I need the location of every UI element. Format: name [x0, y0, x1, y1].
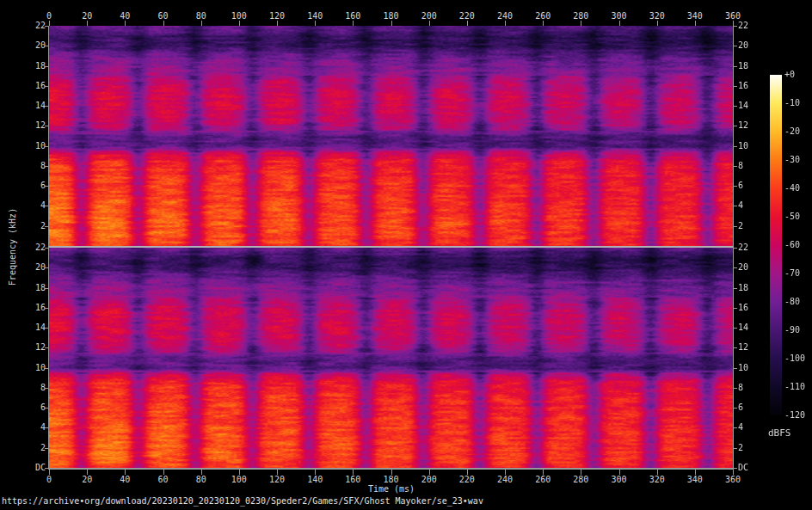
left-axis-line: [48, 26, 49, 470]
time-tick-label: 20: [74, 475, 100, 485]
freq-tick-label: 4: [738, 422, 764, 433]
time-tick: [619, 21, 620, 26]
time-tick-label: 260: [530, 475, 556, 485]
freq-tick-label: 8: [738, 383, 764, 393]
freq-tick-label: 20: [17, 40, 46, 51]
time-tick: [315, 21, 316, 26]
freq-tick-label: 22: [738, 21, 764, 31]
time-tick: [163, 21, 164, 26]
colorbar-tick-label: -30: [784, 155, 800, 165]
freq-tick: [45, 427, 48, 428]
time-tick-label: 160: [340, 475, 366, 485]
freq-tick: [45, 468, 48, 469]
time-tick-label: 140: [302, 475, 328, 485]
time-tick: [277, 21, 278, 26]
freq-tick-label: 12: [17, 342, 46, 353]
freq-tick: [45, 46, 48, 46]
freq-tick: [45, 368, 48, 369]
freq-tick-label: 14: [738, 323, 764, 333]
time-tick: [657, 21, 658, 26]
freq-tick: [45, 26, 48, 27]
freq-tick-label: 2: [17, 443, 46, 453]
colorbar-tick-label: -100: [784, 353, 805, 364]
freq-tick-label: 12: [17, 120, 46, 131]
freq-tick-label: 18: [17, 61, 46, 71]
freq-tick: [734, 126, 737, 126]
freq-tick: [45, 288, 48, 289]
freq-tick-label: 12: [738, 342, 764, 353]
time-tick-label: 0: [36, 475, 62, 485]
colorbar: [770, 75, 782, 415]
freq-tick: [734, 347, 737, 348]
time-tick: [429, 21, 430, 26]
time-tick-label: 200: [416, 475, 442, 485]
freq-tick: [45, 86, 48, 87]
freq-tick: [45, 248, 48, 249]
time-tick-label: 240: [492, 475, 518, 485]
time-tick-label: 40: [112, 475, 138, 485]
colorbar-tick-label: -20: [784, 126, 800, 137]
freq-tick-label: 18: [17, 283, 46, 293]
time-tick-label: 60: [151, 475, 176, 485]
colorbar-tick-label: -80: [784, 297, 800, 307]
freq-tick: [45, 146, 48, 147]
y-axis-title: Frequency (kHz): [8, 208, 17, 286]
colorbar-tick-label: -10: [784, 98, 800, 108]
time-tick: [353, 21, 354, 26]
freq-tick: [45, 166, 48, 167]
freq-tick-label: 22: [17, 243, 46, 253]
colorbar-unit-label: dBFS: [768, 427, 791, 439]
freq-tick: [45, 267, 48, 268]
freq-tick-label: 2: [738, 221, 764, 231]
time-tick: [391, 21, 392, 26]
freq-tick: [45, 186, 48, 187]
time-tick-label: 340: [682, 475, 708, 485]
freq-tick: [734, 328, 737, 329]
freq-tick-label: DC: [17, 463, 46, 473]
freq-tick: [734, 86, 737, 87]
colorbar-tick-label: -90: [784, 325, 800, 335]
freq-tick: [45, 106, 48, 107]
spectrogram-channel-left: [49, 26, 733, 246]
freq-tick-label: 10: [738, 141, 764, 151]
freq-tick: [734, 26, 737, 27]
freq-tick: [734, 388, 737, 389]
freq-tick: [45, 126, 48, 126]
time-tick: [49, 21, 50, 26]
time-tick-label: 360: [720, 475, 746, 485]
freq-tick: [734, 408, 737, 409]
time-tick-label: 280: [568, 475, 594, 485]
time-tick: [125, 21, 126, 26]
freq-tick-label: 8: [738, 161, 764, 171]
freq-tick-label: 14: [738, 101, 764, 111]
spectrogram-channel-right: [49, 248, 733, 468]
freq-tick-label: 22: [17, 21, 46, 31]
freq-tick: [734, 186, 737, 187]
time-tick: [467, 21, 468, 26]
freq-tick: [734, 368, 737, 369]
spectrogram-figure: Frequency (kHz) 002020404060608080100100…: [0, 0, 812, 510]
freq-tick-label: DC: [738, 463, 764, 473]
freq-tick-label: 2: [738, 443, 764, 453]
freq-tick-label: 16: [738, 303, 764, 313]
freq-tick-label: 10: [738, 363, 764, 373]
freq-tick: [45, 226, 48, 227]
freq-tick-label: 8: [17, 383, 46, 393]
freq-tick-label: 4: [738, 200, 764, 211]
time-tick-label: 100: [226, 475, 252, 485]
freq-tick: [45, 408, 48, 409]
time-tick: [505, 21, 506, 26]
freq-tick: [734, 448, 737, 449]
freq-tick: [45, 347, 48, 348]
freq-tick: [734, 288, 737, 289]
freq-tick: [734, 106, 737, 107]
freq-tick-label: 8: [17, 161, 46, 171]
colorbar-tick-label: -50: [784, 212, 800, 222]
freq-tick-label: 4: [17, 422, 46, 433]
freq-tick-label: 10: [17, 363, 46, 373]
freq-tick-label: 6: [738, 181, 764, 191]
time-tick: [201, 21, 202, 26]
colorbar-tick-label: -60: [784, 240, 800, 250]
freq-tick: [45, 448, 48, 449]
time-tick: [543, 21, 544, 26]
